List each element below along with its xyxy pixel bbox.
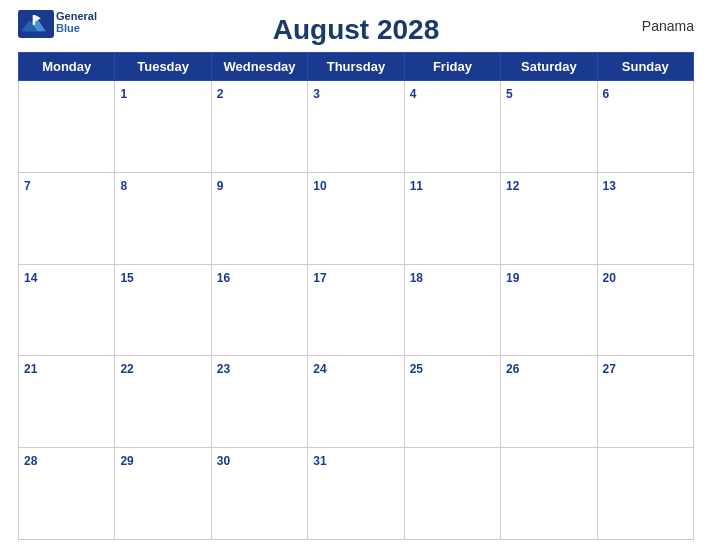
day-number: 2 [217, 87, 224, 101]
col-monday: Monday [19, 53, 115, 81]
calendar-day: 25 [404, 356, 500, 448]
day-number: 19 [506, 271, 519, 285]
day-number: 29 [120, 454, 133, 468]
calendar-header-row: Monday Tuesday Wednesday Thursday Friday… [19, 53, 694, 81]
day-number: 5 [506, 87, 513, 101]
calendar-day: 22 [115, 356, 211, 448]
calendar-day: 4 [404, 81, 500, 173]
calendar-day: 20 [597, 264, 693, 356]
day-number: 17 [313, 271, 326, 285]
calendar-day: 2 [211, 81, 307, 173]
day-number: 24 [313, 362, 326, 376]
table-row: 28293031 [19, 448, 694, 540]
calendar-day: 27 [597, 356, 693, 448]
general-blue-logo-icon [18, 10, 54, 38]
day-number: 25 [410, 362, 423, 376]
col-saturday: Saturday [501, 53, 597, 81]
day-number: 30 [217, 454, 230, 468]
calendar-day: 19 [501, 264, 597, 356]
day-number: 1 [120, 87, 127, 101]
day-number: 28 [24, 454, 37, 468]
calendar-header: General Blue August 2028 Panama [18, 10, 694, 46]
calendar-title: August 2028 [18, 14, 694, 46]
day-number: 8 [120, 179, 127, 193]
calendar-day: 26 [501, 356, 597, 448]
logo-general-text: General [56, 10, 97, 22]
day-number: 22 [120, 362, 133, 376]
col-friday: Friday [404, 53, 500, 81]
calendar-day: 5 [501, 81, 597, 173]
calendar-day: 10 [308, 172, 404, 264]
day-number: 6 [603, 87, 610, 101]
table-row: 123456 [19, 81, 694, 173]
calendar-table: Monday Tuesday Wednesday Thursday Friday… [18, 52, 694, 540]
day-number: 4 [410, 87, 417, 101]
calendar-day [597, 448, 693, 540]
country-label: Panama [642, 18, 694, 34]
calendar-day: 3 [308, 81, 404, 173]
table-row: 14151617181920 [19, 264, 694, 356]
calendar-day: 8 [115, 172, 211, 264]
day-number: 16 [217, 271, 230, 285]
day-number: 26 [506, 362, 519, 376]
logo-blue-text: Blue [56, 22, 80, 34]
calendar-day: 15 [115, 264, 211, 356]
calendar-day [404, 448, 500, 540]
day-number: 21 [24, 362, 37, 376]
col-thursday: Thursday [308, 53, 404, 81]
calendar-day: 21 [19, 356, 115, 448]
calendar-day: 18 [404, 264, 500, 356]
table-row: 78910111213 [19, 172, 694, 264]
calendar-day [19, 81, 115, 173]
calendar-body: 1234567891011121314151617181920212223242… [19, 81, 694, 540]
calendar-day: 30 [211, 448, 307, 540]
calendar-day: 9 [211, 172, 307, 264]
calendar-day: 29 [115, 448, 211, 540]
day-number: 9 [217, 179, 224, 193]
calendar-day: 11 [404, 172, 500, 264]
table-row: 21222324252627 [19, 356, 694, 448]
day-number: 3 [313, 87, 320, 101]
calendar-day: 28 [19, 448, 115, 540]
calendar-day [501, 448, 597, 540]
day-number: 20 [603, 271, 616, 285]
day-number: 23 [217, 362, 230, 376]
day-number: 15 [120, 271, 133, 285]
calendar-day: 31 [308, 448, 404, 540]
day-number: 12 [506, 179, 519, 193]
calendar-day: 1 [115, 81, 211, 173]
col-sunday: Sunday [597, 53, 693, 81]
day-number: 11 [410, 179, 423, 193]
col-tuesday: Tuesday [115, 53, 211, 81]
calendar-day: 17 [308, 264, 404, 356]
svg-rect-3 [33, 15, 35, 25]
calendar-day: 23 [211, 356, 307, 448]
calendar-day: 24 [308, 356, 404, 448]
day-number: 10 [313, 179, 326, 193]
day-number: 31 [313, 454, 326, 468]
day-number: 27 [603, 362, 616, 376]
day-number: 18 [410, 271, 423, 285]
calendar-day: 16 [211, 264, 307, 356]
calendar-day: 7 [19, 172, 115, 264]
calendar-day: 14 [19, 264, 115, 356]
col-wednesday: Wednesday [211, 53, 307, 81]
day-number: 13 [603, 179, 616, 193]
day-number: 14 [24, 271, 37, 285]
calendar-day: 13 [597, 172, 693, 264]
calendar-day: 12 [501, 172, 597, 264]
calendar-day: 6 [597, 81, 693, 173]
day-number: 7 [24, 179, 31, 193]
